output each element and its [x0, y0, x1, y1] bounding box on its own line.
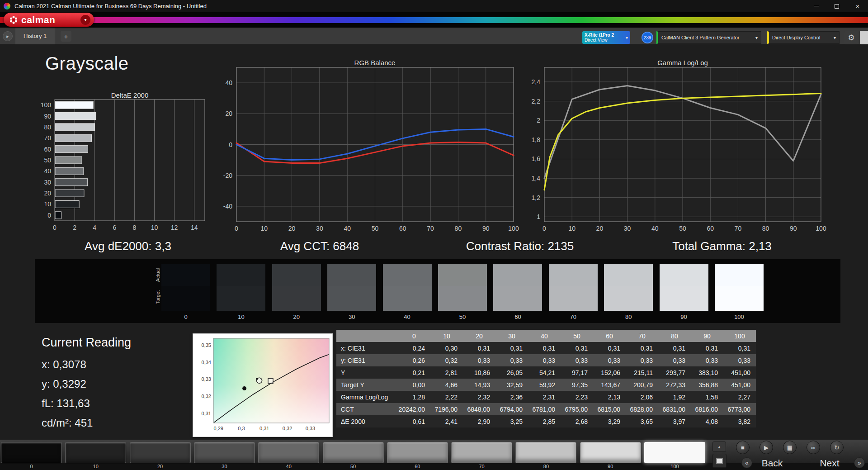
play-button[interactable]: ▶	[760, 441, 773, 454]
table-cell: 0,31	[626, 342, 658, 354]
chevron-down-icon: ▾	[755, 35, 758, 40]
svg-text:0,29: 0,29	[213, 426, 223, 431]
pattern-patch-10[interactable]	[65, 442, 126, 463]
swatch-actual	[604, 264, 653, 286]
calman-logo-button[interactable]: calman ▾	[4, 13, 94, 27]
table-cell: 32,59	[495, 379, 528, 391]
patch-label: 100	[644, 464, 705, 469]
deltae-bar-100	[55, 101, 93, 109]
window-controls: ×	[806, 0, 868, 12]
table-cell: 0,61	[398, 415, 430, 427]
table-cell: 2,81	[430, 366, 463, 379]
svg-text:0,33: 0,33	[202, 376, 211, 382]
svg-text:80: 80	[762, 225, 769, 232]
save-button[interactable]: ▦	[783, 441, 797, 454]
pattern-window-button[interactable]	[712, 454, 726, 468]
deltae-bar-60	[55, 146, 88, 153]
svg-text:10: 10	[44, 200, 51, 208]
svg-text:80: 80	[455, 225, 462, 232]
pattern-window-icon	[716, 458, 723, 464]
collapse-up-button[interactable]: ▲	[712, 442, 726, 452]
next-chevron-button[interactable]: »	[854, 457, 865, 468]
refresh-button[interactable]: ↻	[830, 441, 844, 454]
pattern-patch-40[interactable]	[258, 442, 319, 463]
history-panel-toggle[interactable]: ▸	[3, 31, 13, 41]
table-row-label: y: CIE31	[336, 354, 398, 366]
rgb-balance-chart: 010203040506070809010040200-20-40	[217, 58, 533, 239]
pattern-patch-60[interactable]	[387, 442, 448, 463]
swatch-actual	[438, 264, 487, 286]
pattern-generator-selector[interactable]: CalMAN Client 3 Pattern Generator ▾	[656, 31, 761, 44]
pattern-patch-90[interactable]	[580, 442, 641, 463]
svg-text:8: 8	[133, 224, 137, 231]
svg-text:0,35: 0,35	[202, 342, 211, 348]
svg-text:20: 20	[596, 225, 604, 232]
pattern-patch-70[interactable]	[451, 442, 512, 463]
pattern-patch-50[interactable]	[323, 442, 384, 463]
pattern-patch-0[interactable]	[1, 442, 62, 463]
svg-text:30: 30	[624, 225, 631, 232]
svg-text:100: 100	[816, 225, 826, 232]
table-cell: 356,88	[691, 379, 723, 391]
pattern-patch-80[interactable]	[515, 442, 576, 463]
table-cell: 3,82	[723, 415, 756, 427]
swatch-target	[660, 286, 708, 311]
pattern-patch-30[interactable]	[194, 442, 255, 463]
table-cell: 2,23	[561, 391, 593, 403]
swatch-actual	[327, 264, 376, 286]
swatch-label: 20	[272, 313, 321, 320]
settings-gear-button[interactable]: ⚙	[844, 31, 858, 44]
svg-text:80: 80	[44, 123, 51, 131]
table-cell: 14,93	[463, 379, 495, 391]
table-cell: 215,11	[626, 366, 658, 379]
pattern-patch-20[interactable]	[130, 442, 191, 463]
swatch-actual	[383, 264, 432, 286]
svg-text:0,31: 0,31	[259, 426, 269, 431]
table-cell: 20242,00	[398, 403, 430, 415]
swatch-actual	[272, 264, 321, 286]
collapse-panel-button[interactable]	[860, 31, 868, 44]
loop-button[interactable]: ∞	[807, 441, 820, 454]
logo-menu-dropdown[interactable]: ▾	[80, 15, 90, 25]
measured-point	[242, 386, 246, 390]
table-cell: 2,06	[626, 391, 658, 403]
measurement-table: 0102030405060708090100x: CIE310,240,300,…	[336, 330, 756, 427]
back-chevron-button[interactable]: «	[741, 457, 752, 468]
bottom-bar: ▲ « Back Next » 0102030405060708090100■▶…	[0, 440, 868, 470]
table-cell: 0,33	[691, 354, 723, 366]
stop-button[interactable]: ■	[736, 441, 750, 454]
table-cell: 2,68	[561, 415, 593, 427]
tab-history-1[interactable]: History 1	[15, 28, 55, 44]
svg-text:70: 70	[427, 225, 434, 232]
table-cell: 6794,00	[495, 403, 528, 415]
next-button[interactable]: Next	[809, 458, 850, 469]
page-title: Grayscale	[45, 53, 129, 74]
table-cell: 3,97	[658, 415, 691, 427]
add-tab-button[interactable]: +	[61, 31, 71, 42]
deltae-bar-chart: 100908070605040302010002468101214	[27, 88, 217, 237]
pattern-patch-100[interactable]	[644, 442, 705, 463]
current-reading-x: x: 0,3078	[42, 358, 86, 371]
meter-selector[interactable]: X-Rite i1Pro 2 Direct View ▾	[582, 31, 630, 44]
back-button[interactable]: Back	[752, 458, 793, 469]
patch-label: 60	[387, 464, 448, 469]
table-cell: 0,31	[691, 342, 723, 354]
swatch-label: 40	[383, 313, 432, 320]
grayscale-swatch-50	[438, 264, 487, 311]
swatch-actual	[493, 264, 542, 286]
table-col-header: 90	[691, 330, 723, 342]
table-cell: 2,32	[463, 391, 495, 403]
avg-de2000-stat: Avg dE2000: 3,3	[51, 239, 205, 253]
maximize-button[interactable]	[826, 0, 847, 12]
close-button[interactable]: ×	[847, 0, 868, 12]
table-cell: 0,31	[528, 342, 561, 354]
minimize-button[interactable]	[806, 0, 826, 12]
swatch-target	[161, 286, 210, 311]
table-cell: 97,17	[561, 366, 593, 379]
svg-text:14: 14	[191, 224, 198, 231]
table-col-header	[336, 330, 398, 342]
swatch-label: 30	[327, 313, 376, 320]
target-point	[268, 379, 273, 384]
display-control-selector[interactable]: Direct Display Control ▾	[767, 31, 840, 44]
minimize-icon	[814, 6, 819, 6]
